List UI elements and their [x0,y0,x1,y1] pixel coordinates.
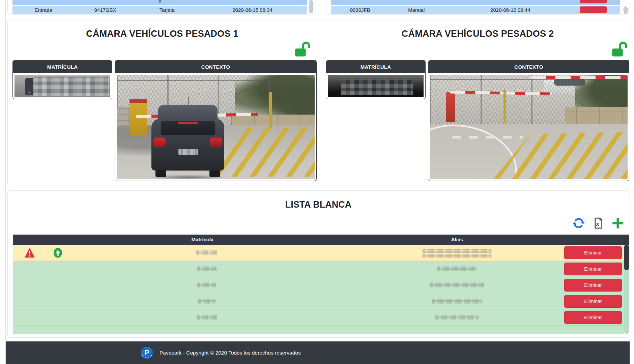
eliminar-button[interactable]: Eliminar [564,311,622,324]
clipped-row: y [12,0,307,5]
column-header-matricula: Matrícula [13,235,392,245]
cell-fecha: 2020-06-15 08:34 [198,7,307,13]
scrollbar[interactable] [309,0,313,13]
arrow-up-icon [53,247,64,259]
redacted-plate [33,77,109,96]
whitelist-table-body: EliminarEliminarEliminarEliminarEliminar [13,245,624,334]
redacted-alias [423,249,492,258]
whitelist-row: Eliminar [13,245,624,261]
page: y Entrada 9417GBX Tarjeta 2020-06-15 08:… [0,0,634,364]
action-button[interactable] [580,0,607,3]
scrollbar[interactable] [624,6,628,14]
car-brake-light [178,122,198,124]
action-button[interactable] [580,6,607,13]
svg-text:x: x [596,221,599,227]
whitelist-row: Eliminar [13,261,624,277]
car-taillight [210,138,222,147]
whitelist-row: Eliminar [13,293,624,309]
refresh-icon[interactable] [572,216,585,230]
eliminar-button[interactable]: Eliminar [564,263,622,275]
cell-matricula: 0030JFB [331,7,389,13]
car-silhouette [149,104,227,178]
cell-matricula: 9417GBX [74,7,136,13]
eu-band: E [25,78,34,95]
cell-fecha: 2020-06-10 09:44 [444,7,577,13]
redacted-matricula [197,282,216,287]
whitelist-table: Matrícula Alias EliminarEliminarEliminar… [13,235,629,334]
plate-image: E [15,75,110,97]
camera1-title: CÁMARA VEHÍCULOS PESADOS 1 [8,29,317,39]
context-photo [117,75,315,179]
whitelist-row [13,326,624,334]
pavapark-logo-icon: P [140,346,153,359]
photo-layer-fence-rail [430,79,628,80]
cell-metodo: Manual [389,7,444,13]
whitelist-row: Eliminar [13,277,624,293]
photo-layer-pole [269,92,272,128]
alert-icon [24,247,35,259]
whitelist-title: LISTA BLANCA [8,200,629,210]
redacted-matricula [198,299,215,304]
camera1-plate-panel: MATRÍCULA E [12,60,112,99]
unlock-icon[interactable] [293,40,312,59]
clipped-row [331,0,620,5]
redacted-matricula [197,266,217,271]
camera2-context-panel: CONTEXTO [428,60,629,181]
photo-layer-pole [503,90,506,123]
redacted-alias [437,266,477,271]
eliminar-button[interactable]: Eliminar [564,246,622,259]
column-header-alias: Alias [392,235,522,245]
table-scrollbar[interactable] [624,245,629,334]
plate-photo: E [15,75,110,97]
redacted-alias [435,315,479,320]
footer: P Pavapark - Copyright © 2020 Todos los … [6,341,630,364]
car-wheel [209,170,220,177]
whitelist-card: LISTA BLANCA x [7,190,629,338]
context-panel-header: CONTEXTO [115,60,316,73]
entries-table-card-left: y Entrada 9417GBX Tarjeta 2020-06-15 08:… [7,0,316,14]
plate-panel-header: MATRÍCULA [326,60,425,73]
plate-panel-header: MATRÍCULA [13,60,112,73]
excel-export-icon[interactable]: x [592,216,605,230]
redacted-matricula [197,315,217,320]
camera1-context-panel: CONTEXTO [115,60,317,181]
car-taillight [153,138,166,147]
clipped-text-fragment: y [159,0,162,3]
cell-metodo: Tarjeta [136,7,198,13]
context-image [430,75,628,179]
svg-text:P: P [144,348,149,357]
barrier-arm-far [530,76,628,79]
whitelist-table-header: Matrícula Alias [13,235,629,245]
context-image [117,75,315,179]
context-photo [430,75,628,179]
scrollbar-thumb[interactable] [624,245,629,270]
camera2-title: CÁMARA VEHÍCULOS PESADOS 2 [326,29,629,39]
photo-layer-dashes [452,136,523,139]
redacted-matricula [196,250,217,255]
add-icon[interactable] [611,216,624,230]
barrier-machine [446,92,455,122]
eliminar-button[interactable]: Eliminar [564,295,622,308]
cell-tipo: Entrada [12,7,74,13]
redacted-plate [341,80,413,95]
photo-layer-fence-rail [117,80,315,81]
plate-photo [328,75,424,97]
context-panel-header: CONTEXTO [428,60,629,73]
table-row[interactable]: Entrada 9417GBX Tarjeta 2020-06-15 08:34 [12,6,307,14]
unlock-icon[interactable] [610,40,629,59]
car-plate [178,149,198,155]
whitelist-row: Eliminar [13,309,624,326]
eliminar-button[interactable]: Eliminar [564,279,622,292]
table-row[interactable]: 0030JFB Manual 2020-06-10 09:44 [331,6,620,14]
redacted-alias [432,299,482,304]
car-wheel [155,170,166,177]
cameras-card: CÁMARA VEHÍCULOS PESADOS 1 CÁMARA VEHÍCU… [7,20,629,187]
whitelist-toolbar: x [572,216,624,230]
plate-image [328,75,424,97]
camera2-plate-panel: MATRÍCULA [326,60,426,99]
copyright-text: Pavapark - Copyright © 2020 Todos los de… [160,341,301,364]
redacted-alias [430,282,484,287]
entries-table-card-right: 0030JFB Manual 2020-06-10 09:44 [326,0,629,14]
